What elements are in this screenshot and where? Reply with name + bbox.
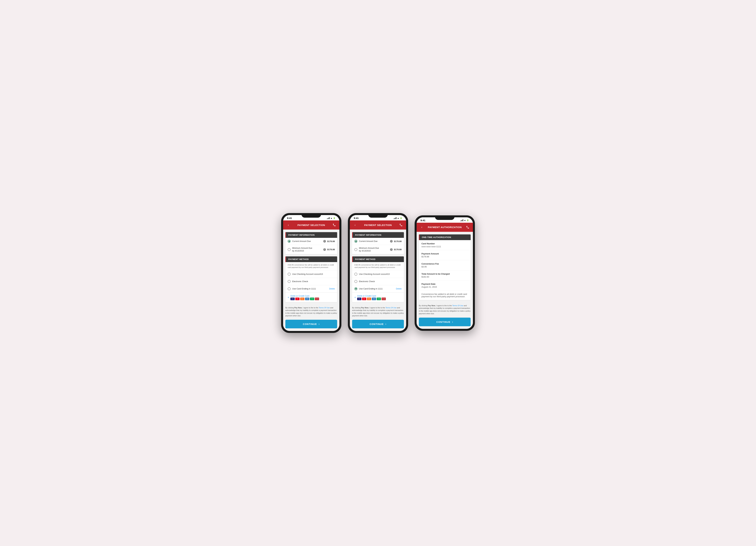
notch-1 bbox=[301, 213, 321, 218]
continue-button-1[interactable]: CONTINUE › bbox=[285, 320, 337, 328]
radio-minimum-1[interactable] bbox=[288, 248, 291, 251]
radio-echeck-2[interactable] bbox=[354, 280, 357, 283]
star-logo-2: STAR bbox=[377, 298, 381, 300]
checking-label-1: Use Checking Account xxxxx413 bbox=[292, 273, 335, 275]
help-icon-3[interactable]: ? bbox=[390, 240, 393, 243]
payment-row-1-2[interactable]: Minimum Amount Dueby 4/13/2015 ? $178.88 bbox=[285, 245, 337, 254]
auth-payment-date: Payment Date August 21, 2015 bbox=[419, 280, 471, 291]
terms-text-2: By clicking Pay Now, I agree to the to t… bbox=[352, 304, 404, 319]
signal-bar-1 bbox=[327, 218, 327, 219]
delete-link-2[interactable]: Delete bbox=[396, 288, 402, 290]
payment-info-card-2: PAYMENT INFORMATION Current Amount Due ?… bbox=[352, 232, 404, 254]
total-amount-value: $182.83 bbox=[421, 276, 468, 278]
phone-button-2[interactable] bbox=[399, 223, 403, 227]
wifi-icon-3: ▲ bbox=[464, 219, 466, 221]
radio-checking-1[interactable] bbox=[288, 273, 291, 276]
auth-payment-amount: Payment Amount $178.88 bbox=[419, 250, 471, 260]
add-card-row-2[interactable]: + Debit or Credit Card VISA MC DISC AMEX… bbox=[352, 293, 404, 302]
delete-link-1[interactable]: Delete bbox=[329, 288, 335, 290]
payment-row-2-2[interactable]: Minimum Amount Dueby 4/13/2015 ? $178.88 bbox=[352, 245, 404, 254]
total-amount-label: Total Amount to be Charged bbox=[421, 273, 468, 275]
terms-link-2[interactable]: Terms Of Use bbox=[385, 307, 396, 309]
convenience-fee-value: $3.95 bbox=[421, 266, 468, 268]
continue-button-2[interactable]: CONTINUE › bbox=[352, 320, 404, 328]
current-amount-label-1: Current Amount Due bbox=[292, 240, 322, 243]
minimum-amount-value-2: $178.88 bbox=[394, 248, 402, 251]
help-icon-1[interactable]: ? bbox=[323, 240, 326, 243]
payment-info-header-1: PAYMENT INFORMATION bbox=[285, 232, 337, 238]
method-checking-1[interactable]: Use Checking Account xxxxx413 bbox=[285, 271, 337, 278]
radio-minimum-2[interactable] bbox=[354, 248, 357, 251]
card-label-1: Use Card Ending in 1111 bbox=[292, 287, 329, 290]
current-amount-value-1: $178.88 bbox=[327, 240, 335, 243]
status-icons-1: ▲ 🔋 bbox=[327, 217, 336, 219]
echeck-label-1: Electronic Check bbox=[292, 280, 335, 283]
card-number-value: xxxx-xxxx-xxxx-1111 bbox=[421, 245, 468, 248]
payment-method-header-2: PAYMENT METHOD bbox=[352, 256, 404, 262]
mc-logo-2: MC bbox=[362, 298, 366, 300]
screen-content-3: ONE-TIME AUTHORIZATION Card Number xxxx-… bbox=[417, 232, 473, 329]
phones-container: 9:41 ▲ 🔋 ‹ PAYMENT SELECTION bbox=[281, 213, 475, 333]
echeck-label-2: Electronic Check bbox=[359, 280, 402, 283]
back-button-3[interactable]: ‹ bbox=[420, 225, 424, 230]
back-button-1[interactable]: ‹ bbox=[286, 223, 291, 227]
continue-arrow-3: › bbox=[452, 320, 453, 324]
status-time-1: 9:41 bbox=[287, 217, 292, 219]
visa-logo-1: VISA bbox=[290, 298, 295, 300]
method-card-1[interactable]: Use Card Ending in 1111 Delete bbox=[285, 285, 337, 293]
phone-1: 9:41 ▲ 🔋 ‹ PAYMENT SELECTION bbox=[281, 213, 341, 333]
battery-icon-3: 🔋 bbox=[467, 219, 469, 221]
card-logos-2: VISA MC DISC AMEX STAR PULSE bbox=[357, 298, 386, 300]
s-bar-2 bbox=[394, 218, 395, 219]
payment-method-card-1: PAYMENT METHOD A $3.95 convenience fee w… bbox=[285, 256, 337, 302]
method-echeck-1[interactable]: Electronic Check bbox=[285, 278, 337, 285]
continue-button-3[interactable]: CONTINUE › bbox=[419, 318, 471, 326]
method-echeck-2[interactable]: Electronic Check bbox=[352, 278, 404, 285]
payment-row-2-1[interactable]: Current Amount Due ? $178.88 bbox=[352, 238, 404, 245]
method-checking-2[interactable]: Use Checking Account xxxxx413 bbox=[352, 271, 404, 278]
card-label-2: Use Card Ending in 1111 bbox=[359, 287, 396, 290]
phone-button-1[interactable] bbox=[332, 223, 336, 227]
radio-current-2[interactable] bbox=[354, 240, 357, 243]
help-icon-4[interactable]: ? bbox=[390, 248, 393, 251]
method-card-2[interactable]: Use Card Ending in 1111 Delete bbox=[352, 285, 404, 293]
payment-date-value: August 21, 2015 bbox=[421, 286, 468, 288]
s-bar-1 bbox=[394, 218, 394, 219]
back-button-2[interactable]: ‹ bbox=[353, 223, 357, 227]
status-icons-3: ▲ 🔋 bbox=[460, 219, 469, 221]
disc-logo-2: DISC bbox=[367, 298, 371, 300]
pulse-logo-2: PULSE bbox=[382, 298, 386, 300]
help-icon-2[interactable]: ? bbox=[323, 248, 326, 251]
add-card-row-1[interactable]: + Debit or Credit Card VISA MC DISC AMEX… bbox=[285, 293, 337, 302]
auth-card-3: ONE-TIME AUTHORIZATION Card Number xxxx-… bbox=[419, 234, 471, 300]
payment-amount-label: Payment Amount bbox=[421, 252, 468, 255]
s-bar-3 bbox=[395, 217, 396, 219]
fee-note-1: A $3.95 convenience fee will be added to… bbox=[285, 262, 337, 271]
card-number-label: Card Number bbox=[421, 242, 468, 245]
mc-logo-1: MC bbox=[295, 298, 300, 300]
minimum-amount-value-1: $178.88 bbox=[327, 248, 335, 251]
convenience-fee-label: Convenience Fee bbox=[421, 263, 468, 265]
radio-card-1[interactable] bbox=[288, 287, 291, 290]
radio-card-2[interactable] bbox=[354, 287, 357, 290]
radio-checking-2[interactable] bbox=[354, 273, 357, 276]
continue-arrow-2: › bbox=[385, 322, 386, 326]
sig-bar-2 bbox=[461, 220, 462, 221]
wifi-icon-2: ▲ bbox=[397, 217, 399, 219]
nav-title-3: PAYMENT AUTHORIZATION bbox=[424, 226, 465, 229]
battery-icon-1: 🔋 bbox=[333, 217, 336, 219]
phone-3-inner: 9:41 ▲ 🔋 ‹ PAYMENT AUTHORIZATION bbox=[417, 217, 473, 329]
radio-echeck-1[interactable] bbox=[288, 280, 291, 283]
plus-icon-1: + bbox=[288, 296, 289, 299]
terms-link-3[interactable]: Terms Of Use bbox=[452, 305, 463, 307]
auth-note-text: Convenience fee added to all debit or cr… bbox=[421, 293, 468, 298]
wifi-icon-1: ▲ bbox=[330, 217, 332, 219]
auth-header-3: ONE-TIME AUTHORIZATION bbox=[419, 234, 471, 240]
continue-arrow-1: › bbox=[319, 322, 320, 326]
phone-button-3[interactable] bbox=[465, 225, 470, 230]
radio-current-1[interactable] bbox=[288, 240, 291, 243]
sig-bar-4 bbox=[463, 219, 463, 221]
payment-row-1-1[interactable]: Current Amount Due ? $178.88 bbox=[285, 238, 337, 245]
terms-link-1[interactable]: Terms Of Use bbox=[319, 307, 330, 309]
status-time-2: 9:41 bbox=[354, 217, 359, 219]
